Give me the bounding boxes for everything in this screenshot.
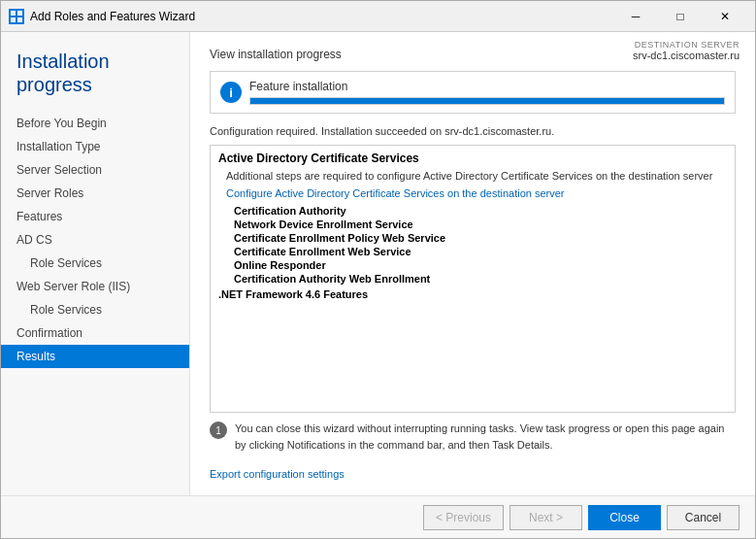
main-content: View installation progress i Feature ins… (190, 32, 755, 495)
window-title: Add Roles and Features Wizard (30, 10, 613, 23)
sidebar-item-installation-type[interactable]: Installation Type (1, 135, 189, 158)
feature-label: Feature installation (249, 80, 725, 93)
sub-item-0: Certification Authority (234, 205, 727, 217)
main-panel: DESTINATION SERVER srv-dc1.ciscomaster.r… (190, 32, 755, 495)
results-scroll[interactable]: Active Directory Certificate Services Ad… (211, 146, 735, 412)
progress-area: Feature installation (249, 80, 725, 105)
sub-item-5: Certification Authority Web Enrollment (234, 273, 727, 285)
title-bar: Add Roles and Features Wizard ─ □ ✕ (1, 1, 755, 32)
info-icon: i (220, 82, 242, 103)
main-window: Add Roles and Features Wizard ─ □ ✕ Inst… (0, 0, 756, 539)
configure-link[interactable]: Configure Active Directory Certificate S… (226, 187, 727, 199)
svg-rect-2 (11, 17, 16, 22)
sidebar-item-web-server-role[interactable]: Web Server Role (IIS) (1, 275, 189, 298)
close-window-button[interactable]: ✕ (703, 1, 747, 32)
app-icon (9, 9, 24, 24)
notice-box: 1 You can close this wizard without inte… (210, 413, 736, 460)
sidebar-item-server-selection[interactable]: Server Selection (1, 158, 189, 182)
sidebar-item-role-services-1[interactable]: Role Services (1, 252, 189, 275)
sub-item-4: Online Responder (234, 259, 727, 271)
sub-item-3: Certificate Enrollment Web Service (234, 246, 727, 257)
svg-rect-0 (11, 11, 16, 16)
destination-server-info: DESTINATION SERVER srv-dc1.ciscomaster.r… (633, 40, 740, 61)
destination-label: DESTINATION SERVER (633, 40, 740, 50)
net-framework-item: .NET Framework 4.6 Features (218, 288, 727, 300)
sidebar-item-role-services-2[interactable]: Role Services (1, 298, 189, 321)
footer: < Previous Next > Close Cancel (1, 495, 755, 538)
window-controls: ─ □ ✕ (613, 1, 747, 32)
sidebar-item-features[interactable]: Features (1, 205, 189, 228)
next-button[interactable]: Next > (509, 505, 582, 530)
export-link[interactable]: Export configuration settings (210, 468, 736, 480)
results-panel: Active Directory Certificate Services Ad… (210, 145, 736, 413)
feature-install-box: i Feature installation (210, 71, 736, 114)
cancel-button[interactable]: Cancel (667, 505, 740, 530)
config-message: Configuration required. Installation suc… (210, 125, 736, 137)
result-section-title: Active Directory Certificate Services (218, 152, 727, 165)
result-description: Additional steps are required to configu… (226, 169, 727, 184)
page-title: Installation progress (1, 42, 189, 112)
content-area: Installation progress Before You Begin I… (1, 32, 755, 495)
svg-rect-1 (17, 11, 22, 16)
sidebar-item-ad-cs[interactable]: AD CS (1, 228, 189, 252)
sidebar-item-before-you-begin[interactable]: Before You Begin (1, 112, 189, 135)
minimize-button[interactable]: ─ (613, 1, 658, 32)
notice-number-icon: 1 (210, 421, 227, 439)
previous-button[interactable]: < Previous (423, 505, 504, 530)
progress-bar-fill (250, 98, 724, 104)
sidebar-item-server-roles[interactable]: Server Roles (1, 182, 189, 205)
sidebar-item-results[interactable]: Results (1, 345, 189, 368)
nav-list: Before You Begin Installation Type Serve… (1, 112, 189, 368)
destination-name: srv-dc1.ciscomaster.ru (633, 50, 740, 61)
sidebar: Installation progress Before You Begin I… (1, 32, 190, 495)
progress-bar-container (249, 97, 725, 105)
maximize-button[interactable]: □ (658, 1, 703, 32)
sub-item-2: Certificate Enrollment Policy Web Servic… (234, 232, 727, 244)
sub-item-1: Network Device Enrollment Service (234, 219, 727, 230)
svg-rect-3 (17, 17, 22, 22)
sidebar-item-confirmation[interactable]: Confirmation (1, 321, 189, 345)
close-button[interactable]: Close (588, 505, 661, 530)
notice-text: You can close this wizard without interr… (235, 421, 736, 453)
